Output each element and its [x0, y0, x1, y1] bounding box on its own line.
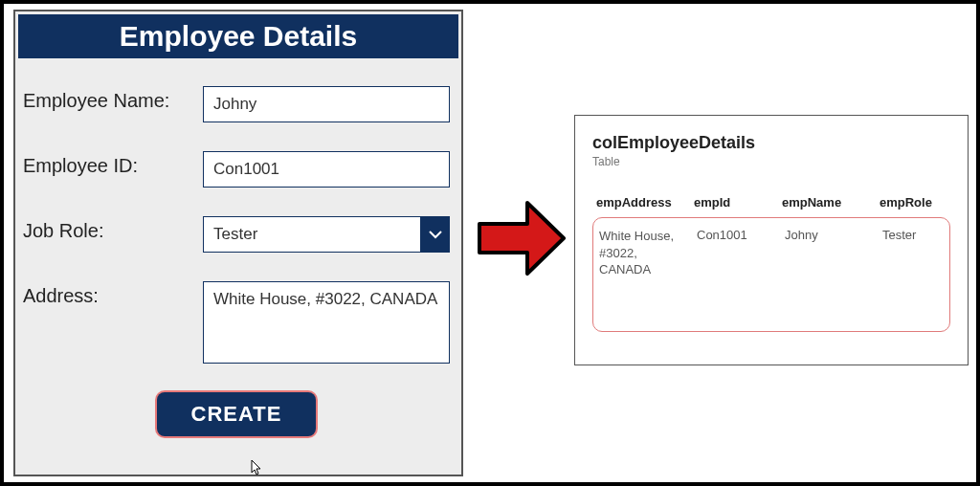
label-employee-name: Employee Name:: [23, 86, 203, 112]
label-employee-id: Employee ID:: [23, 151, 203, 177]
collection-name: colEmployeeDetails: [592, 133, 950, 153]
header-emprole: empRole: [880, 195, 947, 210]
collection-type: Table: [592, 155, 950, 168]
create-button[interactable]: CREATE: [157, 392, 317, 436]
job-role-dropdown[interactable]: Tester: [203, 216, 450, 253]
arrow-right-icon: [476, 197, 568, 283]
cell-empaddress: White House, #3022, CANADA: [599, 228, 697, 278]
collection-table-panel: colEmployeeDetails Table empAddress empI…: [574, 115, 969, 365]
cell-empid: Con1001: [697, 228, 785, 278]
employee-form-panel: Employee Details Employee Name: Employee…: [13, 10, 463, 476]
employee-id-input[interactable]: [203, 151, 450, 188]
employee-name-input[interactable]: [203, 86, 450, 122]
label-job-role: Job Role:: [23, 216, 203, 242]
table-header-row: empAddress empId empName empRole: [592, 195, 950, 210]
address-input[interactable]: [203, 281, 450, 364]
cell-empname: Johny: [785, 228, 882, 278]
table-row[interactable]: White House, #3022, CANADA Con1001 Johny…: [599, 228, 944, 278]
cell-emprole: Tester: [882, 228, 944, 278]
label-address: Address:: [23, 281, 203, 307]
job-role-selected: Tester: [203, 216, 421, 253]
header-empid: empId: [694, 195, 782, 210]
header-empname: empName: [782, 195, 880, 210]
header-empaddress: empAddress: [596, 195, 694, 210]
chevron-down-icon[interactable]: [421, 216, 450, 253]
table-row-highlight: White House, #3022, CANADA Con1001 Johny…: [592, 217, 950, 332]
form-title: Employee Details: [18, 14, 458, 58]
